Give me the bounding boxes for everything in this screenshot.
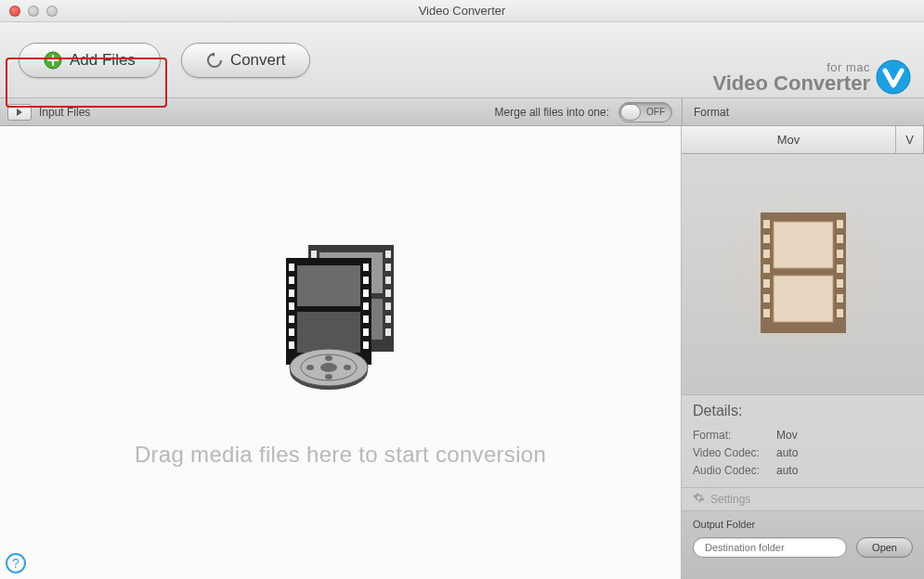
svg-rect-26 bbox=[289, 315, 294, 323]
svg-rect-59 bbox=[837, 294, 843, 302]
brand-title: Video Converter bbox=[712, 73, 870, 94]
merge-group: Merge all files into one: OFF bbox=[495, 102, 682, 122]
details-heading: Details: bbox=[693, 403, 913, 419]
drop-hint: Drag media files here to start conversio… bbox=[135, 442, 546, 468]
svg-rect-22 bbox=[289, 264, 294, 271]
toggle-knob bbox=[620, 104, 641, 121]
svg-rect-51 bbox=[763, 279, 770, 288]
convert-arrow-icon bbox=[206, 52, 223, 69]
brand: for mac Video Converter bbox=[712, 59, 911, 95]
subbar: Input Files Merge all files into one: OF… bbox=[0, 98, 924, 126]
detail-row-format: Format: Mov bbox=[693, 429, 913, 442]
gear-icon bbox=[693, 492, 705, 507]
svg-rect-47 bbox=[763, 220, 770, 228]
format-header: Format bbox=[682, 98, 924, 125]
detail-row-video-codec: Video Codec: auto bbox=[693, 446, 913, 459]
traffic-lights bbox=[0, 6, 58, 17]
window-title: Video Converter bbox=[0, 4, 924, 18]
svg-point-43 bbox=[325, 374, 332, 380]
svg-rect-58 bbox=[837, 279, 843, 288]
format-tabs: Mov V bbox=[682, 126, 924, 154]
detail-key: Format: bbox=[693, 429, 771, 442]
svg-rect-27 bbox=[289, 328, 294, 336]
svg-rect-16 bbox=[385, 302, 391, 310]
format-tab-secondary[interactable]: V bbox=[896, 126, 924, 153]
svg-rect-17 bbox=[385, 315, 391, 323]
svg-rect-20 bbox=[297, 265, 360, 306]
svg-rect-5 bbox=[311, 251, 317, 258]
zoom-window-button[interactable] bbox=[46, 6, 58, 17]
svg-rect-12 bbox=[385, 251, 391, 258]
svg-point-40 bbox=[306, 365, 314, 370]
svg-rect-56 bbox=[837, 250, 843, 258]
svg-rect-15 bbox=[385, 290, 391, 297]
settings-label: Settings bbox=[710, 493, 750, 506]
svg-rect-50 bbox=[763, 264, 770, 273]
svg-rect-31 bbox=[363, 290, 369, 297]
format-tab-main[interactable]: Mov bbox=[682, 126, 896, 153]
svg-rect-24 bbox=[289, 290, 294, 297]
svg-rect-54 bbox=[837, 220, 843, 228]
film-frame-icon bbox=[761, 212, 846, 337]
svg-rect-29 bbox=[363, 264, 369, 271]
settings-button[interactable]: Settings bbox=[682, 488, 924, 511]
svg-rect-45 bbox=[774, 222, 833, 268]
merge-label: Merge all files into one: bbox=[495, 106, 609, 119]
input-files-label: Input Files bbox=[39, 106, 90, 119]
sidebar: Mov V Details: Format: Mov bbox=[682, 126, 924, 579]
input-files-play-icon[interactable] bbox=[7, 104, 32, 121]
svg-rect-21 bbox=[297, 312, 360, 353]
detail-value: Mov bbox=[776, 429, 798, 442]
close-window-button[interactable] bbox=[9, 6, 20, 17]
merge-toggle[interactable]: OFF bbox=[618, 102, 672, 122]
titlebar: Video Converter bbox=[0, 0, 924, 22]
output-row: Open bbox=[693, 537, 913, 558]
svg-rect-30 bbox=[363, 277, 369, 284]
svg-rect-13 bbox=[385, 264, 391, 271]
svg-rect-14 bbox=[385, 277, 391, 284]
svg-rect-32 bbox=[363, 302, 369, 310]
detail-value: auto bbox=[776, 464, 798, 477]
svg-point-1 bbox=[877, 60, 910, 94]
svg-rect-46 bbox=[774, 276, 833, 322]
brand-logo-icon bbox=[876, 59, 911, 95]
svg-rect-35 bbox=[363, 341, 369, 349]
svg-point-41 bbox=[344, 365, 351, 370]
svg-rect-34 bbox=[363, 328, 369, 336]
svg-rect-55 bbox=[837, 235, 843, 243]
toolbar: Add Files Convert for mac Video Converte… bbox=[0, 22, 924, 98]
detail-row-audio-codec: Audio Codec: auto bbox=[693, 464, 913, 477]
film-reel-illustration-icon bbox=[262, 238, 420, 395]
details-panel: Details: Format: Mov Video Codec: auto A… bbox=[682, 395, 924, 488]
convert-label: Convert bbox=[230, 51, 286, 70]
plus-circle-icon bbox=[44, 51, 62, 70]
drop-zone[interactable]: Drag media files here to start conversio… bbox=[0, 126, 682, 579]
output-folder-label: Output Folder bbox=[693, 519, 913, 530]
add-files-button[interactable]: Add Files bbox=[19, 43, 161, 78]
main: Drag media files here to start conversio… bbox=[0, 126, 924, 579]
convert-button[interactable]: Convert bbox=[181, 43, 311, 78]
open-button[interactable]: Open bbox=[856, 537, 913, 558]
subbar-left: Input Files Merge all files into one: OF… bbox=[0, 102, 682, 122]
svg-rect-28 bbox=[289, 341, 294, 349]
svg-rect-25 bbox=[289, 302, 294, 310]
minimize-window-button[interactable] bbox=[28, 6, 39, 17]
svg-point-39 bbox=[320, 363, 337, 372]
detail-value: auto bbox=[776, 446, 798, 459]
destination-input[interactable] bbox=[693, 537, 847, 558]
add-files-label: Add Files bbox=[70, 51, 136, 70]
svg-rect-23 bbox=[289, 277, 294, 284]
help-icon[interactable]: ? bbox=[6, 553, 26, 573]
format-label: Format bbox=[694, 106, 729, 119]
detail-key: Video Codec: bbox=[693, 446, 771, 459]
svg-rect-57 bbox=[837, 264, 843, 273]
svg-point-42 bbox=[325, 355, 332, 361]
svg-rect-49 bbox=[763, 250, 770, 258]
format-preview bbox=[682, 154, 924, 395]
detail-key: Audio Codec: bbox=[693, 464, 771, 477]
svg-text:?: ? bbox=[12, 556, 20, 571]
svg-rect-60 bbox=[837, 309, 843, 317]
toggle-state: OFF bbox=[646, 107, 665, 117]
svg-rect-53 bbox=[763, 309, 770, 317]
svg-rect-18 bbox=[385, 328, 391, 336]
